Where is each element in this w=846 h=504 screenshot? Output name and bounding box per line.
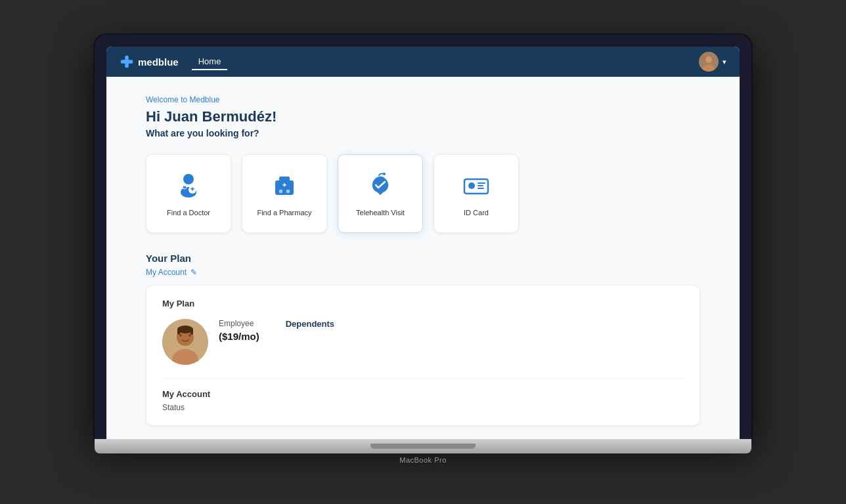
dependents-title: Dependents xyxy=(286,319,684,329)
macbook-label: MacBook Pro xyxy=(95,453,751,469)
find-doctor-card[interactable]: Find a Doctor xyxy=(146,154,231,233)
employee-type: Employee xyxy=(219,319,259,328)
my-account-bottom-title: My Account xyxy=(162,389,684,399)
find-pharmacy-card[interactable]: Find a Pharmacy xyxy=(242,154,327,233)
plan-employee-section: Employee ($19/mo) xyxy=(162,319,259,365)
plan-section-subtitle: My Account ✎ xyxy=(146,268,700,277)
plan-section-title: Your Plan xyxy=(146,253,700,264)
dependents-section: Dependents xyxy=(286,319,684,365)
nav-home[interactable]: Home xyxy=(192,54,228,70)
svg-rect-16 xyxy=(284,183,285,187)
navbar: medblue Home ▾ xyxy=(106,47,740,77)
question: What are you looking for? xyxy=(146,128,700,138)
employee-cost: ($19/mo) xyxy=(219,331,259,342)
laptop-base xyxy=(95,439,751,453)
brand-cross-icon xyxy=(120,54,134,69)
find-pharmacy-label: Find a Pharmacy xyxy=(257,208,311,217)
greeting: Hi Juan Bermudéz! xyxy=(146,108,700,125)
edit-icon[interactable]: ✎ xyxy=(190,268,197,277)
laptop-notch xyxy=(370,444,476,449)
navbar-right: ▾ xyxy=(699,52,726,72)
plan-body: Employee ($19/mo) Dependents xyxy=(162,319,684,365)
svg-rect-23 xyxy=(478,185,483,186)
status-label: Status xyxy=(162,403,185,412)
brand-name: medblue xyxy=(138,56,179,68)
telehealth-label: Telehealth Visit xyxy=(356,208,405,217)
my-account-link[interactable]: My Account xyxy=(146,268,187,277)
telehealth-icon xyxy=(365,170,396,201)
id-card-label: ID Card xyxy=(464,208,489,217)
employee-avatar xyxy=(162,319,208,365)
brand-logo[interactable]: medblue xyxy=(120,54,179,69)
svg-point-3 xyxy=(705,56,712,63)
plan-card: My Plan xyxy=(146,285,700,426)
plan-card-title: My Plan xyxy=(162,299,684,308)
svg-rect-13 xyxy=(275,180,294,195)
svg-rect-31 xyxy=(177,329,180,335)
svg-rect-22 xyxy=(478,182,485,184)
svg-rect-17 xyxy=(279,190,282,193)
svg-rect-9 xyxy=(192,187,193,191)
svg-point-19 xyxy=(383,173,386,175)
svg-rect-12 xyxy=(185,184,185,186)
welcome-line1: Welcome to Medblue xyxy=(146,95,700,104)
avatar-dropdown-icon[interactable]: ▾ xyxy=(723,58,726,66)
my-account-bottom: My Account Status xyxy=(162,378,684,412)
avatar-image xyxy=(699,52,719,72)
doctor-icon xyxy=(173,170,204,201)
svg-point-5 xyxy=(183,174,194,184)
pharmacy-icon xyxy=(269,170,300,201)
navbar-left: medblue Home xyxy=(120,54,227,70)
svg-point-28 xyxy=(179,334,182,337)
svg-rect-14 xyxy=(279,177,290,182)
avatar[interactable] xyxy=(699,52,719,72)
svg-rect-24 xyxy=(478,188,484,189)
svg-point-29 xyxy=(189,334,191,337)
employee-info: Employee ($19/mo) xyxy=(219,319,259,342)
svg-rect-18 xyxy=(286,190,290,193)
employee-avatar-image xyxy=(162,319,208,365)
svg-rect-32 xyxy=(190,329,193,335)
main-content: Welcome to Medblue Hi Juan Bermudéz! Wha… xyxy=(106,77,740,439)
id-card-icon xyxy=(460,170,492,201)
svg-rect-20 xyxy=(464,179,488,194)
find-doctor-label: Find a Doctor xyxy=(167,208,210,217)
id-card-card[interactable]: ID Card xyxy=(434,154,519,233)
svg-point-21 xyxy=(468,182,475,189)
status-row: Status xyxy=(162,403,684,412)
quick-actions-row: Find a Doctor Find a Pharmacy xyxy=(146,154,700,233)
telehealth-card[interactable]: Telehealth Visit xyxy=(338,154,423,233)
svg-rect-1 xyxy=(121,60,133,64)
